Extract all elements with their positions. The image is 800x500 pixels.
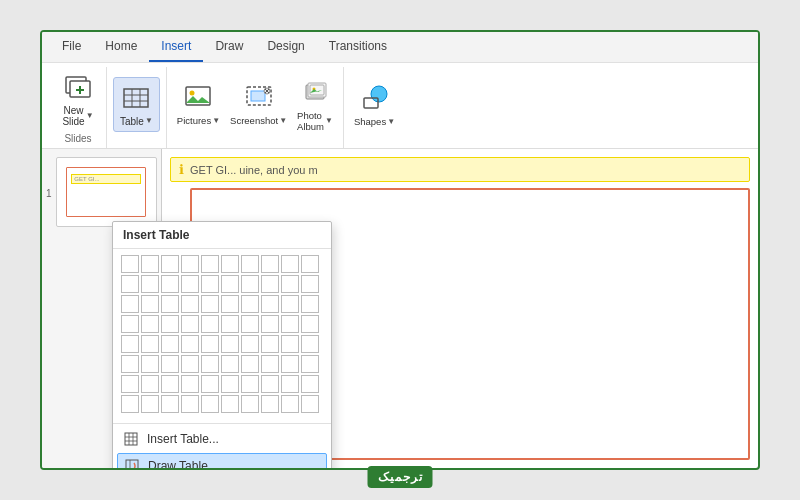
grid-cell[interactable] <box>201 315 219 333</box>
grid-cell[interactable] <box>121 395 139 413</box>
grid-cell[interactable] <box>221 255 239 273</box>
grid-cell[interactable] <box>121 335 139 353</box>
grid-cell[interactable] <box>201 255 219 273</box>
grid-cell[interactable] <box>141 295 159 313</box>
grid-cell[interactable] <box>301 335 319 353</box>
grid-cell[interactable] <box>161 395 179 413</box>
grid-cell[interactable] <box>181 395 199 413</box>
grid-cell[interactable] <box>201 295 219 313</box>
table-button[interactable]: Table ▼ <box>113 77 160 132</box>
grid-cell[interactable] <box>141 315 159 333</box>
grid-cell[interactable] <box>221 295 239 313</box>
tab-draw[interactable]: Draw <box>203 32 255 62</box>
grid-cell[interactable] <box>261 375 279 393</box>
pictures-button[interactable]: Pictures ▼ <box>173 80 224 129</box>
grid-cell[interactable] <box>201 375 219 393</box>
grid-cell[interactable] <box>141 335 159 353</box>
photo-album-arrow: ▼ <box>325 116 333 125</box>
grid-cell[interactable] <box>281 375 299 393</box>
grid-cell[interactable] <box>181 295 199 313</box>
grid-cell[interactable] <box>301 355 319 373</box>
tab-home[interactable]: Home <box>93 32 149 62</box>
grid-cell[interactable] <box>221 335 239 353</box>
shapes-button[interactable]: Shapes ▼ <box>350 79 399 130</box>
grid-cell[interactable] <box>281 295 299 313</box>
svg-rect-27 <box>126 460 138 468</box>
tab-design[interactable]: Design <box>255 32 316 62</box>
grid-cell[interactable] <box>161 295 179 313</box>
draw-table-item[interactable]: Draw Table <box>117 453 327 468</box>
grid-cell[interactable] <box>161 355 179 373</box>
grid-cell[interactable] <box>241 335 259 353</box>
grid-cell[interactable] <box>281 255 299 273</box>
grid-cell[interactable] <box>221 395 239 413</box>
grid-cell[interactable] <box>161 275 179 293</box>
grid-cell[interactable] <box>241 315 259 333</box>
grid-cell[interactable] <box>261 335 279 353</box>
info-text: GET GI... uine, and you m <box>190 164 318 176</box>
grid-cell[interactable] <box>141 275 159 293</box>
grid-cell[interactable] <box>301 315 319 333</box>
grid-cell[interactable] <box>141 395 159 413</box>
tab-file[interactable]: File <box>50 32 93 62</box>
grid-cell[interactable] <box>121 375 139 393</box>
grid-cell[interactable] <box>221 275 239 293</box>
grid-cell[interactable] <box>201 335 219 353</box>
grid-cell[interactable] <box>161 255 179 273</box>
grid-cell[interactable] <box>241 375 259 393</box>
photo-album-button[interactable]: PhotoAlbum ▼ <box>293 75 337 135</box>
tab-transitions[interactable]: Transitions <box>317 32 399 62</box>
grid-cell[interactable] <box>221 355 239 373</box>
grid-cell[interactable] <box>121 275 139 293</box>
grid-cell[interactable] <box>261 315 279 333</box>
grid-row <box>121 315 323 333</box>
grid-cell[interactable] <box>261 355 279 373</box>
grid-cell[interactable] <box>181 355 199 373</box>
grid-cell[interactable] <box>241 295 259 313</box>
grid-cell[interactable] <box>221 315 239 333</box>
grid-cell[interactable] <box>121 255 139 273</box>
grid-cell[interactable] <box>201 275 219 293</box>
grid-cell[interactable] <box>121 295 139 313</box>
grid-cell[interactable] <box>141 375 159 393</box>
grid-cell[interactable] <box>121 315 139 333</box>
new-slide-button[interactable]: NewSlide ▼ <box>56 67 100 131</box>
grid-cell[interactable] <box>181 255 199 273</box>
tab-insert[interactable]: Insert <box>149 32 203 62</box>
grid-cell[interactable] <box>181 375 199 393</box>
grid-cell[interactable] <box>301 295 319 313</box>
grid-cell[interactable] <box>281 275 299 293</box>
slide-thumbnail[interactable]: GET GI... <box>56 157 157 227</box>
grid-cell[interactable] <box>241 395 259 413</box>
grid-cell[interactable] <box>301 395 319 413</box>
grid-cell[interactable] <box>281 395 299 413</box>
grid-cell[interactable] <box>201 395 219 413</box>
grid-cell[interactable] <box>141 255 159 273</box>
grid-cell[interactable] <box>261 295 279 313</box>
grid-cell[interactable] <box>261 275 279 293</box>
grid-cell[interactable] <box>301 275 319 293</box>
grid-cell[interactable] <box>281 335 299 353</box>
grid-cell[interactable] <box>261 255 279 273</box>
insert-table-item[interactable]: Insert Table... <box>113 426 331 452</box>
svg-point-10 <box>190 91 195 96</box>
grid-cell[interactable] <box>301 375 319 393</box>
screenshot-button[interactable]: Screenshot ▼ <box>226 80 291 129</box>
grid-cell[interactable] <box>181 335 199 353</box>
grid-cell[interactable] <box>301 255 319 273</box>
grid-cell[interactable] <box>281 355 299 373</box>
grid-cell[interactable] <box>281 315 299 333</box>
grid-cell[interactable] <box>121 355 139 373</box>
grid-cell[interactable] <box>161 315 179 333</box>
grid-cell[interactable] <box>241 255 259 273</box>
grid-cell[interactable] <box>201 355 219 373</box>
grid-cell[interactable] <box>181 275 199 293</box>
grid-cell[interactable] <box>161 375 179 393</box>
grid-cell[interactable] <box>221 375 239 393</box>
grid-cell[interactable] <box>261 395 279 413</box>
grid-cell[interactable] <box>181 315 199 333</box>
grid-cell[interactable] <box>141 355 159 373</box>
grid-cell[interactable] <box>161 335 179 353</box>
grid-cell[interactable] <box>241 275 259 293</box>
grid-cell[interactable] <box>241 355 259 373</box>
